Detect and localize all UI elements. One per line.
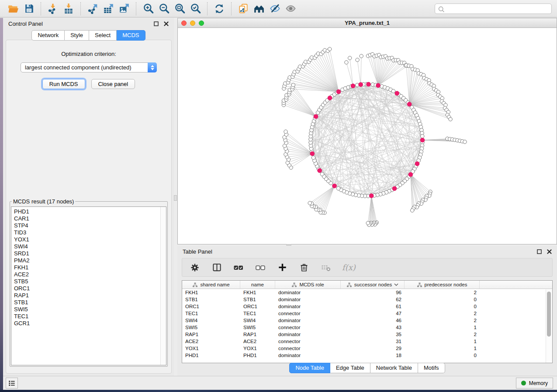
list-item[interactable]: SWI5	[14, 306, 166, 313]
zoom-in-button[interactable]	[140, 1, 156, 16]
list-item[interactable]: STB1	[14, 299, 166, 306]
column-header-shared-name[interactable]: shared name	[182, 281, 240, 289]
criterion-dropdown[interactable]: largest connected component (undirected)	[21, 62, 157, 72]
cell-name[interactable]: YOX1	[240, 346, 275, 351]
cell-successor-nodes[interactable]: 29	[341, 346, 405, 351]
import-table-button[interactable]	[61, 1, 76, 16]
list-item[interactable]: ACE2	[14, 271, 166, 278]
tab-edge-table[interactable]: Edge Table	[330, 363, 370, 373]
list-item[interactable]: PHD1	[14, 208, 166, 215]
cell-predecessor-nodes[interactable]: 2	[405, 290, 480, 295]
list-item[interactable]: ORC1	[14, 285, 166, 292]
cell-successor-nodes[interactable]: 61	[341, 304, 405, 309]
cell-shared-name[interactable]: PHD1	[182, 353, 240, 358]
column-header-predecessor-nodes[interactable]: predecessor nodes	[405, 281, 480, 289]
tab-network-table[interactable]: Network Table	[370, 363, 418, 373]
cell-name[interactable]: FKH1	[240, 290, 275, 295]
table-row[interactable]: TEC1TEC1connector472	[182, 310, 552, 317]
cell-shared-name[interactable]: ACE2	[182, 339, 240, 344]
add-column-button[interactable]	[277, 262, 288, 273]
mcds-list-scrollbar[interactable]	[160, 207, 166, 365]
close-window-button[interactable]	[181, 21, 187, 26]
cell-shared-name[interactable]: YOX1	[182, 346, 240, 351]
cell-predecessor-nodes[interactable]: 2	[405, 311, 480, 316]
cell-MCDS-role[interactable]: connector	[275, 311, 341, 316]
cell-predecessor-nodes[interactable]: 1	[405, 325, 480, 330]
cell-name[interactable]: SWI4	[240, 318, 275, 323]
cell-MCDS-role[interactable]: dominator	[275, 297, 341, 302]
refresh-button[interactable]	[211, 1, 227, 16]
cell-name[interactable]: PHD1	[240, 353, 275, 358]
cell-successor-nodes[interactable]: 62	[341, 297, 405, 302]
tab-select[interactable]: Select	[89, 30, 117, 41]
first-neighbors-button[interactable]	[251, 1, 267, 16]
cell-MCDS-role[interactable]: connector	[275, 339, 341, 344]
cell-shared-name[interactable]: TEC1	[182, 311, 240, 316]
table-row[interactable]: SWI5SWI5connector431	[182, 324, 552, 331]
cell-shared-name[interactable]: RAP1	[182, 332, 240, 337]
cell-name[interactable]: RAP1	[240, 332, 275, 337]
table-scrollbar[interactable]	[546, 289, 552, 363]
split-columns-button[interactable]	[211, 262, 222, 273]
minimize-window-button[interactable]	[190, 21, 195, 26]
tab-style[interactable]: Style	[65, 30, 89, 41]
network-titlebar[interactable]: YPA_prune.txt_1	[177, 18, 557, 28]
cell-predecessor-nodes[interactable]: 2	[405, 332, 480, 337]
vertical-splitter-handle[interactable]	[174, 195, 177, 201]
cell-predecessor-nodes[interactable]: 0	[405, 297, 480, 302]
export-image-button[interactable]	[116, 1, 132, 16]
list-item[interactable]: TID3	[14, 229, 166, 236]
network-canvas[interactable]	[177, 28, 557, 244]
deselect-all-button[interactable]	[255, 262, 266, 273]
node-table[interactable]: shared namenameMCDS rolesuccessor nodesp…	[182, 280, 553, 363]
remove-table-button[interactable]	[320, 262, 332, 273]
cell-MCDS-role[interactable]: dominator	[275, 304, 341, 309]
tab-node-table[interactable]: Node Table	[289, 363, 330, 373]
table-row[interactable]: STB1STB1dominator620	[182, 296, 552, 303]
cell-successor-nodes[interactable]: 18	[341, 353, 405, 358]
save-session-button[interactable]	[21, 1, 37, 16]
cell-MCDS-role[interactable]: dominator	[275, 290, 341, 295]
cell-successor-nodes[interactable]: 31	[341, 339, 405, 344]
open-file-button[interactable]	[5, 1, 21, 16]
memory-button[interactable]: Memory	[516, 378, 553, 389]
tab-network[interactable]: Network	[31, 30, 65, 41]
cell-successor-nodes[interactable]: 47	[341, 311, 405, 316]
cell-shared-name[interactable]: SWI5	[182, 325, 240, 330]
cell-predecessor-nodes[interactable]: 0	[405, 353, 480, 358]
cell-MCDS-role[interactable]: dominator	[275, 353, 341, 358]
table-row[interactable]: SWI4SWI4dominator462	[182, 317, 552, 324]
cell-MCDS-role[interactable]: connector	[275, 346, 341, 351]
select-all-button[interactable]	[233, 262, 244, 273]
cell-MCDS-role[interactable]: dominator	[275, 332, 341, 337]
cell-shared-name[interactable]: STB1	[182, 297, 240, 302]
run-mcds-button[interactable]: Run MCDS	[42, 79, 85, 89]
network-share-button[interactable]	[235, 1, 251, 16]
list-item[interactable]: YOX1	[14, 236, 166, 243]
zoom-selected-button[interactable]	[187, 1, 203, 16]
list-item[interactable]: STP4	[14, 222, 166, 229]
search-input[interactable]	[435, 3, 552, 14]
cell-successor-nodes[interactable]: 35	[341, 332, 405, 337]
table-row[interactable]: PHD1PHD1dominator180	[182, 352, 552, 359]
cell-name[interactable]: TEC1	[240, 311, 275, 316]
float-panel-button[interactable]	[153, 21, 159, 26]
cell-predecessor-nodes[interactable]: 0	[405, 304, 480, 309]
table-scrollbar-thumb[interactable]	[547, 292, 551, 337]
show-all-button[interactable]	[283, 1, 298, 16]
table-settings-button[interactable]	[189, 262, 201, 273]
export-network-button[interactable]	[85, 1, 100, 16]
cell-predecessor-nodes[interactable]: 1	[405, 346, 480, 351]
column-header-successor-nodes[interactable]: successor nodes	[341, 281, 405, 289]
table-row[interactable]: FKH1FKH1dominator962	[182, 289, 552, 296]
table-row[interactable]: ORC1ORC1dominator610	[182, 303, 552, 310]
cell-MCDS-role[interactable]: dominator	[275, 318, 341, 323]
table-row[interactable]: RAP1RAP1dominator352	[182, 331, 552, 338]
float-table-panel-button[interactable]	[536, 249, 542, 254]
dropdown-stepper-button[interactable]	[148, 62, 157, 72]
table-row[interactable]: YOX1YOX1connector291	[182, 345, 552, 352]
function-builder-button[interactable]: f(x)	[342, 262, 356, 273]
mcds-result-list[interactable]: PHD1CAR1STP4TID3YOX1SWI4SRD1PMA2FKH1ACE2…	[11, 206, 166, 365]
column-header-MCDS-role[interactable]: MCDS role	[275, 281, 341, 289]
close-panel-button-mcds[interactable]: Close panel	[91, 79, 135, 89]
